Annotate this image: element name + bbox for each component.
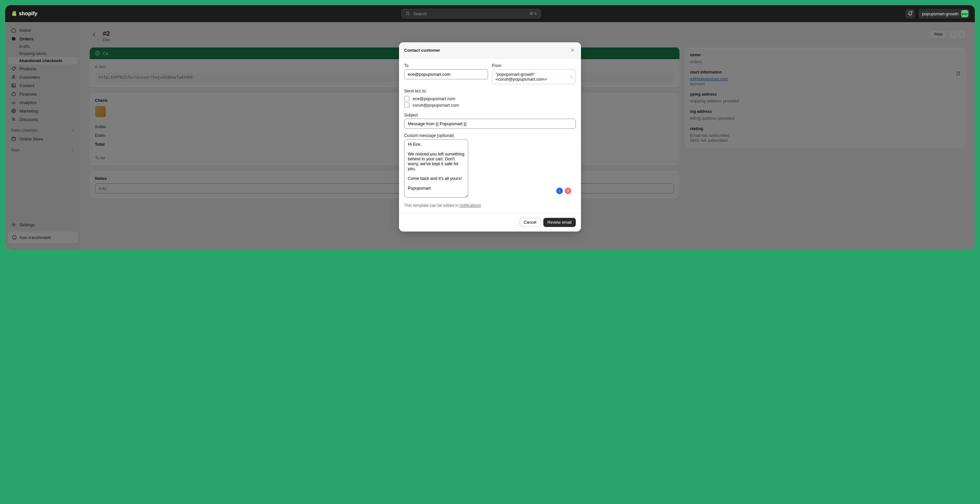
body-area: Home Orders Drafts Shipping labels Aband…	[5, 22, 975, 250]
subject-input[interactable]	[404, 119, 576, 129]
cancel-button[interactable]: Cancel	[520, 218, 541, 227]
checkbox-icon	[404, 96, 409, 101]
issue-count-badge[interactable]: 2	[565, 188, 571, 194]
template-hint: This template can be edited in notificat…	[404, 203, 576, 208]
topbar-right: popupsmart-growth pop	[905, 9, 970, 19]
close-icon	[570, 48, 575, 53]
search-wrap: Search ⌘ K	[41, 9, 901, 19]
account-name: popupsmart-growth	[922, 11, 959, 16]
account-button[interactable]: popupsmart-growth pop	[918, 9, 970, 19]
svg-point-0	[406, 12, 409, 14]
modal-overlay[interactable]: Contact customer To From	[5, 22, 975, 250]
modal-title: Contact customer	[404, 48, 440, 53]
chevron-updown-icon	[570, 75, 573, 79]
modal-body: To From "popupsmart-growth" <coruh@popup…	[399, 58, 581, 213]
review-email-button[interactable]: Review email	[543, 218, 576, 227]
brand-logo: shopify	[10, 10, 37, 17]
bell-icon	[908, 11, 913, 16]
search-placeholder: Search	[413, 11, 426, 16]
body-label: Custom message (optional)	[404, 133, 576, 138]
svg-line-1	[409, 14, 410, 16]
bcc-label: Send bcc to:	[404, 89, 576, 93]
brand-name: shopify	[19, 11, 37, 17]
app-window: shopify Search ⌘ K popupsmart-growth pop…	[5, 5, 975, 250]
notifications-button[interactable]	[905, 9, 915, 19]
from-label: From	[492, 64, 576, 68]
to-label: To	[404, 64, 488, 68]
from-select[interactable]: "popupsmart-growth" <coruh@popupsmart.co…	[492, 69, 576, 84]
checkbox-icon	[404, 102, 409, 108]
to-input[interactable]	[404, 69, 488, 79]
avatar: pop	[961, 10, 968, 17]
contact-customer-modal: Contact customer To From	[399, 42, 581, 231]
notifications-link[interactable]: notifications	[460, 203, 481, 208]
info-badge-icon[interactable]: i	[556, 188, 563, 194]
modal-footer: Cancel Review email	[399, 213, 581, 231]
subject-label: Subject	[404, 113, 576, 117]
close-button[interactable]	[569, 47, 576, 53]
topbar: shopify Search ⌘ K popupsmart-growth pop	[5, 5, 975, 22]
search-kbd: ⌘ K	[529, 11, 537, 16]
bcc-option-1[interactable]: ece@popupsmart.com	[404, 95, 576, 102]
bcc-option-2[interactable]: coruh@popupsmart.com	[404, 102, 576, 108]
search-icon	[406, 11, 410, 16]
search-input[interactable]: Search ⌘ K	[401, 9, 541, 19]
grammar-badges: i 2	[556, 188, 571, 194]
message-textarea[interactable]	[404, 139, 468, 198]
modal-header: Contact customer	[399, 42, 581, 58]
